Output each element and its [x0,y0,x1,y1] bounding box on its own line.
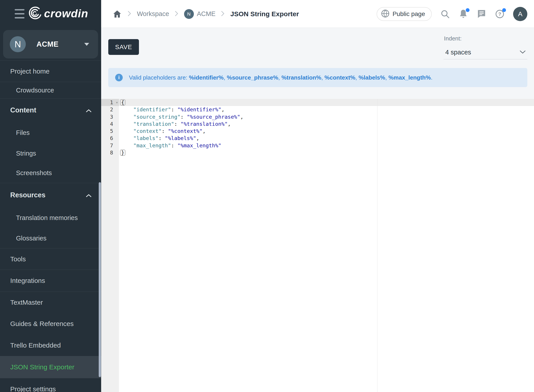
line-number: 6 [101,135,119,142]
menu-icon[interactable] [15,9,24,19]
topbar-actions: Public page ? A [377,0,527,28]
sidebar-item-project-settings[interactable]: Project settings [0,378,101,392]
code-token: "context" [133,128,162,134]
project-avatar: N [184,9,194,19]
sidebar-item-guides-references[interactable]: Guides & References [0,313,101,334]
line-number: 5 [101,128,119,135]
user-avatar[interactable]: A [513,7,527,21]
code-token: : [162,128,168,134]
code-token [121,107,133,113]
sidebar-item-glossaries[interactable]: Glossaries [0,229,101,248]
sidebar-item-label: Strings [16,150,36,157]
info-banner-text: Valid placeholders are: %identifier%, %s… [129,74,432,81]
sidebar-item-translation-memories[interactable]: Translation memories [0,207,101,229]
globe-icon [381,9,389,19]
code-line-2[interactable]: "identifier": "%identifier%", [119,106,534,113]
crowdin-app: crowdin N ACME Project homeCrowdsourceCo… [0,0,534,392]
sidebar-item-resources[interactable]: Resources [0,183,101,207]
indent-value: 4 spaces [445,49,471,56]
code-line-4[interactable]: "translation": "%translation%", [119,121,534,128]
sidebar-item-project-home[interactable]: Project home [0,61,101,82]
code-token: , [221,107,225,113]
breadcrumb: WorkspaceNACMEJSON String Exporter [112,0,299,28]
sidebar-item-label: Glossaries [16,235,47,242]
breadcrumb-item-json-string-exporter: JSON String Exporter [230,10,299,18]
code-line-1[interactable]: { [119,99,534,106]
save-button[interactable]: SAVE [108,39,139,55]
home-icon[interactable] [112,9,122,19]
sidebar-item-integrations[interactable]: Integrations [0,270,101,292]
placeholder-token: %max_length% [388,74,431,81]
code-token: : [159,135,165,141]
indent-select[interactable]: 4 spaces [444,46,527,59]
code-line-5[interactable]: "context": "%context%", [119,128,534,135]
code-line-8[interactable]: } [119,149,534,156]
sidebar-header: crowdin [0,0,101,28]
code-token: "source_string" [133,114,181,120]
sidebar-scrollbar-thumb[interactable] [99,182,101,377]
matched-brace: { [120,99,125,106]
placeholder-token: %labels% [359,74,385,81]
sidebar-item-label: Project home [10,68,50,75]
code-token [121,114,133,120]
sidebar-item-label: Integrations [10,277,45,285]
breadcrumb-item-workspace[interactable]: Workspace [137,10,169,18]
placeholder-token: %translation% [281,74,321,81]
line-number: 7 [101,142,119,149]
bell-icon[interactable] [459,9,468,19]
sidebar-item-label: JSON String Exporter [10,363,74,371]
sidebar-item-tools[interactable]: Tools [0,248,101,270]
sidebar-item-label: Tools [10,255,26,263]
code-line-6[interactable]: "labels": "%labels%", [119,135,534,142]
fold-caret-icon[interactable]: ▾ [116,99,118,106]
sidebar-item-label: Files [16,129,30,136]
code-token: "%source_phrase%" [187,114,240,120]
sidebar-item-json-string-exporter[interactable]: JSON String Exporter [0,356,101,378]
topbar: WorkspaceNACMEJSON String Exporter Publi… [101,0,534,28]
crowdin-logo-text: crowdin [44,7,88,20]
search-icon[interactable] [440,9,450,19]
breadcrumb-item-acme[interactable]: NACME [184,9,216,19]
sidebar-item-label: Content [10,106,36,114]
code-token [121,142,133,149]
line-number: 3 [101,113,119,121]
info-icon: i [115,74,123,81]
chevron-down-icon [520,50,525,55]
crowdin-logo-icon [28,6,42,21]
code-line-3[interactable]: "source_string": "%source_phrase%", [119,113,534,121]
help-icon[interactable]: ? [495,9,505,19]
workspace-name: ACME [37,30,58,58]
sidebar-item-label: Crowdsource [16,87,54,94]
chat-icon[interactable] [477,9,487,19]
sidebar-item-textmaster[interactable]: TextMaster [0,292,101,313]
code-token: "identifier" [133,107,171,113]
crowdin-logo[interactable]: crowdin [28,6,88,21]
sidebar-item-strings[interactable]: Strings [0,144,101,163]
breadcrumb-link: Workspace [137,10,169,18]
workspace-selector[interactable]: N ACME [3,30,98,58]
chevron-right-icon [221,11,225,17]
chevron-right-icon [175,11,178,17]
code-token: "%context%" [168,128,202,134]
sidebar-item-label: Translation memories [16,214,78,222]
code-editor[interactable]: 1▾2345678 { "identifier": "%identifier%"… [101,99,534,392]
sidebar-item-crowdsource[interactable]: Crowdsource [0,82,101,98]
code-token [121,135,133,141]
indent-label: Indent: [444,35,462,42]
sidebar-item-label: Project settings [10,385,56,392]
line-number: 8 [101,149,119,156]
sidebar-item-files[interactable]: Files [0,122,101,144]
code-token: "translation" [133,121,174,127]
sidebar-item-label: TextMaster [10,299,43,306]
matched-brace: } [120,149,125,156]
code-token: "%labels%" [165,135,196,141]
svg-text:?: ? [498,11,501,17]
sidebar-item-trello-embedded[interactable]: Trello Embedded [0,334,101,356]
code-line-7[interactable]: "max_length": "%max_length%" [119,142,534,149]
code-token: "%identifier%" [178,107,221,113]
sidebar-item-content[interactable]: Content [0,98,101,122]
chevron-up-icon [86,106,91,114]
sidebar-item-label: Screenshots [16,169,52,177]
sidebar-item-screenshots[interactable]: Screenshots [0,163,101,183]
public-page-button[interactable]: Public page [377,7,432,21]
